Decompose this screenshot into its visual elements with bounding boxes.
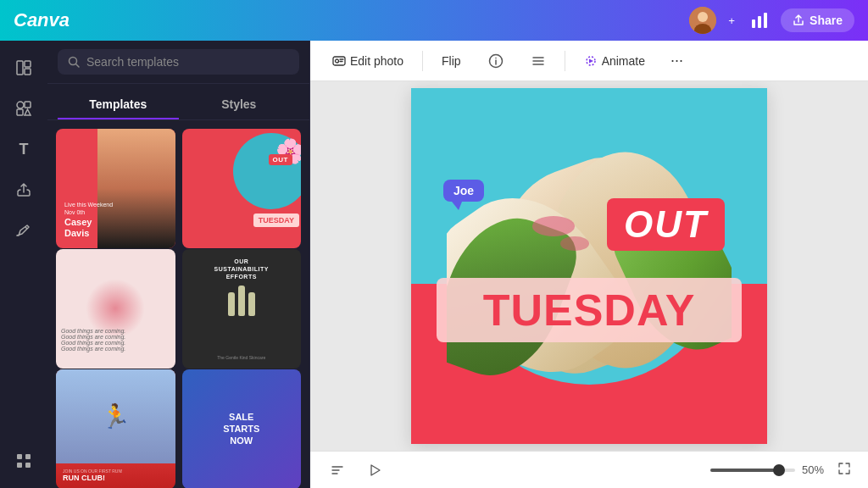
svg-rect-8	[25, 69, 31, 75]
svg-point-21	[336, 59, 339, 63]
svg-rect-15	[25, 454, 31, 459]
search-bar	[47, 41, 309, 84]
svg-rect-11	[17, 109, 23, 115]
more-icon: ···	[670, 52, 683, 69]
bottle-2	[238, 286, 245, 316]
template-card-out-tuesday[interactable]: 🌸 OUT TUESDAY	[182, 129, 302, 248]
canva-logo: Canva	[14, 9, 70, 31]
template-card-good-things[interactable]: Good things are coming. Good things are …	[56, 249, 175, 369]
info-button[interactable]	[480, 48, 512, 74]
layout-button[interactable]	[522, 48, 554, 74]
canvas-tuesday-badge: TUESDAY	[437, 278, 742, 342]
card-name-text: Casey Davis	[64, 217, 113, 239]
card-sale-text: SALE STARTS NOW	[223, 411, 259, 447]
elements-button[interactable]	[7, 92, 41, 125]
zoom-slider-thumb[interactable]	[773, 464, 785, 476]
flip-button[interactable]: Flip	[433, 49, 470, 73]
play-button[interactable]	[361, 460, 388, 480]
icon-sidebar: T	[0, 41, 47, 488]
flip-label: Flip	[442, 54, 461, 68]
topbar-right: + Share	[689, 7, 854, 34]
expand-icon	[837, 462, 851, 475]
editor-area: Edit photo Flip	[310, 41, 868, 488]
avatar[interactable]	[689, 7, 716, 34]
uploads-button[interactable]	[7, 173, 41, 207]
svg-rect-6	[17, 61, 23, 75]
draw-button[interactable]	[7, 214, 41, 247]
editor-toolbar: Edit photo Flip	[310, 41, 868, 81]
svg-rect-7	[25, 61, 31, 67]
chart-icon-button[interactable]	[747, 8, 772, 33]
share-label: Share	[810, 14, 843, 27]
svg-marker-29	[589, 58, 593, 63]
card-crowd-image: 🏃	[56, 369, 175, 463]
search-input-wrapper	[58, 49, 299, 75]
svg-rect-4	[758, 16, 761, 28]
topbar: Canva + Share	[0, 0, 868, 41]
svg-rect-3	[752, 19, 755, 28]
svg-rect-17	[25, 463, 31, 468]
bottom-toolbar: 50%	[310, 451, 868, 488]
layout-icon	[531, 53, 546, 69]
cursor-tooltip: Joe	[443, 180, 484, 210]
info-icon	[488, 53, 504, 69]
template-card-run-club[interactable]: 🏃 JOIN US ON OUR FIRST RUN! RUN CLUB!	[56, 369, 175, 488]
svg-line-19	[76, 64, 80, 68]
card-sustainability-title: OURSUSTAINABILITYEFFORTS	[214, 258, 269, 280]
apps-button[interactable]	[7, 444, 41, 478]
animate-label: Animate	[602, 54, 645, 68]
svg-rect-16	[17, 463, 22, 468]
search-icon	[68, 56, 80, 68]
share-button[interactable]: Share	[781, 8, 854, 32]
text-button[interactable]: T	[7, 132, 41, 166]
expand-button[interactable]	[834, 458, 854, 482]
notes-button[interactable]	[324, 460, 351, 480]
card-tuesday-text: TUESDAY	[253, 214, 299, 227]
zoom-slider-fill	[710, 469, 775, 472]
plus-icon: +	[728, 14, 735, 27]
toolbar-divider-2	[565, 51, 565, 71]
card-brand-text: The Gentle Kind Skincare	[217, 355, 265, 360]
tabs-row: Templates Styles	[47, 84, 309, 120]
tooltip-arrow	[452, 202, 462, 210]
card-date-text: Nov 0th	[64, 209, 113, 215]
template-card-casey-davis[interactable]: Live this Weekend Nov 0th Casey Davis	[56, 129, 175, 248]
bottle-3	[248, 292, 255, 316]
svg-point-24	[495, 57, 497, 58]
more-options-button[interactable]: ···	[664, 48, 690, 73]
svg-rect-10	[25, 102, 31, 108]
svg-rect-14	[17, 454, 22, 459]
zoom-percent: 50%	[802, 463, 824, 476]
card-event-text: Live this Weekend	[64, 202, 113, 208]
svg-point-1	[698, 12, 708, 22]
main-area: T	[0, 41, 868, 488]
canvas[interactable]: OUT TUESDAY Joe	[411, 88, 767, 444]
add-to-team-button[interactable]: +	[725, 11, 738, 30]
svg-point-9	[17, 102, 24, 108]
search-input[interactable]	[86, 55, 289, 69]
template-card-sustainability[interactable]: OURSUSTAINABILITYEFFORTS The Gentle Kind…	[182, 249, 302, 369]
template-card-sale[interactable]: SALE STARTS NOW	[182, 369, 302, 488]
card-text: Live this Weekend Nov 0th Casey Davis	[64, 202, 113, 239]
svg-line-13	[25, 227, 27, 229]
svg-marker-30	[371, 465, 380, 475]
templates-panel: Templates Styles Live this Weekend Nov 0…	[47, 41, 310, 488]
svg-rect-5	[764, 13, 767, 28]
canvas-area: OUT TUESDAY Joe	[310, 81, 868, 451]
panels-toggle-button[interactable]	[7, 51, 41, 85]
card-run-label: RUN CLUB!	[63, 474, 105, 482]
zoom-controls: 50%	[710, 463, 824, 476]
templates-grid: Live this Weekend Nov 0th Casey Davis 🌸 …	[47, 120, 309, 488]
tab-styles[interactable]: Styles	[179, 91, 300, 119]
zoom-slider[interactable]	[710, 469, 795, 472]
animate-button[interactable]: Animate	[576, 49, 654, 73]
play-icon	[368, 463, 381, 477]
card-out-text: OUT	[269, 154, 292, 165]
svg-marker-12	[25, 109, 31, 115]
tab-templates[interactable]: Templates	[58, 91, 179, 119]
canvas-out-badge: OUT	[607, 198, 725, 251]
card-good-things-text: Good things are coming. Good things are …	[56, 328, 175, 352]
bottle-1	[228, 292, 235, 316]
animate-icon	[584, 54, 598, 68]
edit-photo-button[interactable]: Edit photo	[324, 49, 412, 73]
